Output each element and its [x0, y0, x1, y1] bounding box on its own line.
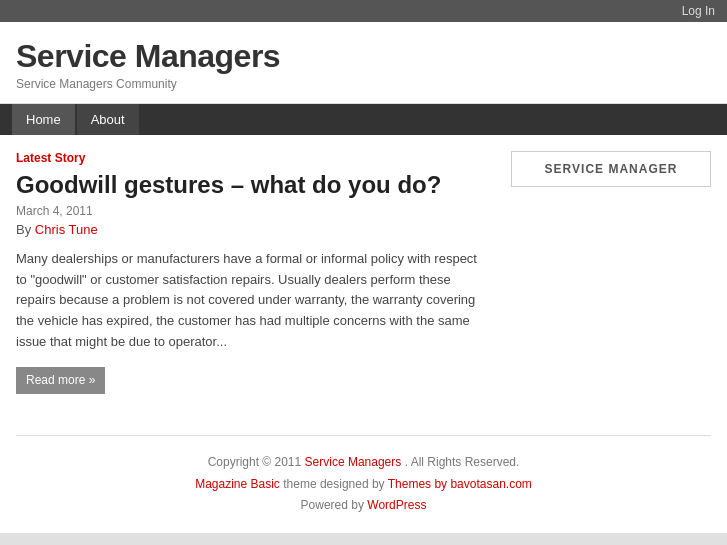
nav-link-about[interactable]: About: [77, 104, 139, 135]
theme-link[interactable]: Magazine Basic: [195, 477, 280, 491]
rights-text: . All Rights Reserved.: [405, 455, 520, 469]
theme-prefix: theme designed by: [283, 477, 388, 491]
main-content: Latest Story Goodwill gestures – what do…: [16, 151, 491, 419]
footer-theme-line: Magazine Basic theme designed by Themes …: [16, 474, 711, 496]
designer-link[interactable]: Themes by bavotasan.com: [388, 477, 532, 491]
site-tagline: Service Managers Community: [16, 77, 711, 91]
wordpress-link[interactable]: WordPress: [367, 498, 426, 512]
site-footer: Copyright © 2011 Service Managers . All …: [0, 436, 727, 533]
read-more-button[interactable]: Read more »: [16, 367, 105, 394]
login-link[interactable]: Log In: [682, 4, 715, 18]
site-title: Service Managers: [16, 38, 711, 75]
footer-site-link[interactable]: Service Managers: [305, 455, 402, 469]
author-link[interactable]: Chris Tune: [35, 222, 98, 237]
article-title: Goodwill gestures – what do you do?: [16, 171, 491, 200]
author-prefix: By: [16, 222, 31, 237]
footer-powered-line: Powered by WordPress: [16, 495, 711, 517]
nav-item-about[interactable]: About: [77, 104, 141, 135]
site-header: Service Managers Service Managers Commun…: [0, 22, 727, 104]
article-body: Many dealerships or manufacturers have a…: [16, 249, 491, 353]
nav-link-home[interactable]: Home: [12, 104, 75, 135]
nav-item-home[interactable]: Home: [12, 104, 77, 135]
page-bottom-bg: [0, 533, 727, 545]
primary-nav: Home About: [0, 104, 727, 135]
sidebar-widget: SERVICE MANAGER: [511, 151, 711, 187]
footer-copyright-line: Copyright © 2011 Service Managers . All …: [16, 452, 711, 474]
article-date: March 4, 2011: [16, 204, 491, 218]
latest-story-label: Latest Story: [16, 151, 491, 165]
copyright-text: Copyright © 2011: [208, 455, 302, 469]
sidebar-widget-title: SERVICE MANAGER: [522, 162, 700, 176]
article-author: By Chris Tune: [16, 222, 491, 237]
top-bar: Log In: [0, 0, 727, 22]
content-area: Latest Story Goodwill gestures – what do…: [0, 135, 727, 435]
sidebar: SERVICE MANAGER: [511, 151, 711, 419]
powered-prefix: Powered by: [301, 498, 368, 512]
